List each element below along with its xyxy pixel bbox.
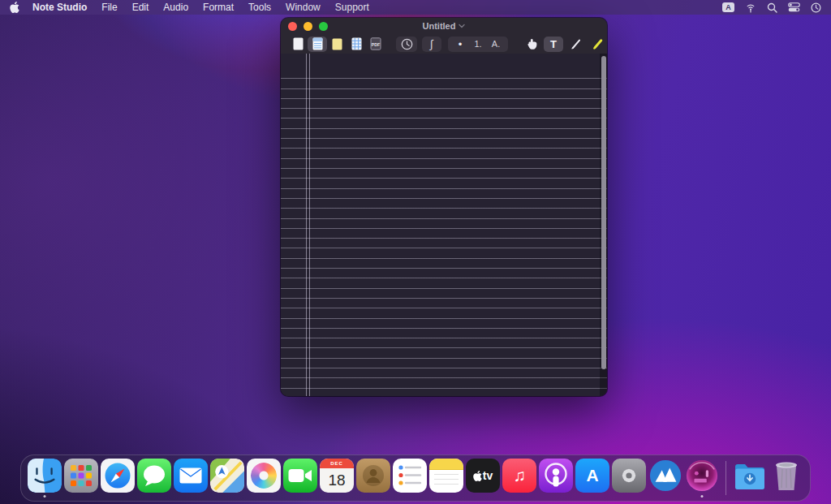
dock-messages[interactable] — [136, 459, 172, 498]
dock-contacts[interactable] — [355, 459, 391, 498]
wifi-icon[interactable] — [745, 2, 756, 13]
dock-launchpad[interactable] — [63, 459, 99, 498]
menu-file[interactable]: File — [101, 2, 117, 13]
appletv-label: tv — [483, 469, 493, 482]
mountain-app-icon — [648, 459, 682, 493]
pdf-label: PDF — [372, 42, 380, 47]
downloads-folder-icon — [733, 459, 767, 493]
mail-icon — [174, 459, 208, 493]
title-bar[interactable]: Untitled — [281, 18, 607, 34]
dock-downloads[interactable] — [732, 459, 768, 498]
minimize-button[interactable] — [304, 22, 312, 31]
apple-menu[interactable] — [10, 2, 19, 13]
active-app-name[interactable]: Note Studio — [32, 2, 87, 13]
dock-mountain-app[interactable] — [648, 459, 683, 498]
integral-button[interactable]: ∫ — [422, 37, 441, 52]
dock-notes[interactable] — [428, 459, 464, 498]
scrollbar-thumb[interactable] — [601, 56, 606, 369]
dock-facetime[interactable] — [282, 459, 318, 498]
dock-music[interactable]: ♫ — [502, 459, 537, 498]
dock-maps[interactable] — [209, 459, 245, 498]
dock-divider — [726, 461, 726, 495]
ruled-lines — [281, 69, 607, 396]
appstore-label: A — [586, 466, 598, 485]
spotlight-search-icon[interactable] — [767, 2, 777, 13]
note-studio-window: Untitled PDF — [281, 18, 607, 396]
calendar-day: 18 — [320, 468, 354, 493]
title-chevron-down-icon[interactable] — [459, 24, 465, 28]
window-title: Untitled — [423, 21, 456, 31]
audio-recording-button[interactable] — [396, 37, 417, 52]
input-source-icon[interactable]: A — [722, 2, 734, 12]
dock-trash[interactable] — [769, 459, 804, 498]
music-note-glyph: ♫ — [513, 466, 526, 485]
numbered-list-button[interactable]: 1. — [469, 37, 487, 52]
running-indicator — [701, 495, 704, 498]
dock-safari[interactable] — [100, 459, 136, 498]
trash-icon — [769, 459, 803, 493]
dock-podcasts[interactable] — [538, 459, 574, 498]
desktop: Note Studio File Edit Audio Format Tools… — [0, 0, 831, 504]
highlighter-tool-button[interactable] — [588, 37, 607, 52]
close-button[interactable] — [288, 22, 297, 31]
lined-paper-button[interactable] — [308, 37, 327, 52]
dock-calendar[interactable]: DEC 18 — [319, 459, 355, 498]
maps-icon — [210, 459, 244, 493]
dock-finder[interactable] — [27, 459, 62, 498]
menu-tools[interactable]: Tools — [248, 2, 271, 13]
notes-icon — [429, 459, 463, 493]
note-studio-app-icon — [685, 459, 719, 493]
running-indicator — [44, 495, 46, 498]
text-tool-button[interactable]: T — [544, 37, 563, 52]
dock-photos[interactable] — [246, 459, 282, 498]
system-settings-icon — [612, 459, 646, 493]
dock-appletv[interactable]: tv — [465, 459, 501, 498]
menu-window[interactable]: Window — [286, 2, 321, 13]
control-center-icon[interactable] — [788, 2, 800, 12]
pdf-paper-button[interactable]: PDF — [366, 37, 385, 52]
dock-system-settings[interactable] — [611, 459, 647, 498]
menu-bar-status-area: A — [722, 2, 821, 13]
menu-edit[interactable]: Edit — [132, 2, 149, 13]
appstore-icon: A — [575, 459, 609, 493]
contacts-icon — [356, 459, 390, 493]
launchpad-icon — [64, 459, 98, 493]
note-canvas[interactable] — [281, 54, 607, 396]
messages-icon — [137, 459, 171, 493]
apple-icon — [10, 2, 19, 13]
list-style-group: • 1. A. — [448, 37, 508, 52]
calendar-month: DEC — [320, 459, 354, 468]
dock-mail[interactable] — [173, 459, 209, 498]
menu-bar: Note Studio File Edit Audio Format Tools… — [0, 0, 831, 15]
toolbar: PDF ∫ • 1. A. T — [281, 34, 607, 54]
pen-tool-button[interactable] — [566, 37, 585, 52]
hand-tool-button[interactable] — [522, 37, 541, 52]
menu-format[interactable]: Format — [203, 2, 234, 13]
clock-icon[interactable] — [811, 2, 821, 13]
music-icon: ♫ — [502, 459, 536, 493]
dock-note-studio[interactable] — [684, 459, 720, 498]
menu-audio[interactable]: Audio — [163, 2, 188, 13]
menu-support[interactable]: Support — [335, 2, 369, 13]
reminders-icon — [393, 459, 427, 493]
bullet-list-button[interactable]: • — [451, 37, 469, 52]
dock-appstore[interactable]: A — [575, 459, 610, 498]
grid-paper-button[interactable] — [347, 37, 366, 52]
lettered-list-button[interactable]: A. — [487, 37, 505, 52]
zoom-button[interactable] — [319, 22, 328, 31]
finder-icon — [28, 459, 62, 493]
calendar-icon: DEC 18 — [320, 459, 354, 493]
podcasts-icon — [539, 459, 573, 493]
photos-icon — [247, 459, 281, 493]
dock-reminders[interactable] — [392, 459, 428, 498]
plain-paper-button[interactable] — [288, 37, 308, 52]
dock: DEC 18 — [20, 454, 811, 502]
facetime-icon — [283, 459, 317, 493]
sticky-note-button[interactable] — [327, 37, 347, 52]
safari-icon — [101, 459, 135, 493]
appletv-icon: tv — [466, 459, 500, 493]
margin-line — [306, 54, 310, 396]
